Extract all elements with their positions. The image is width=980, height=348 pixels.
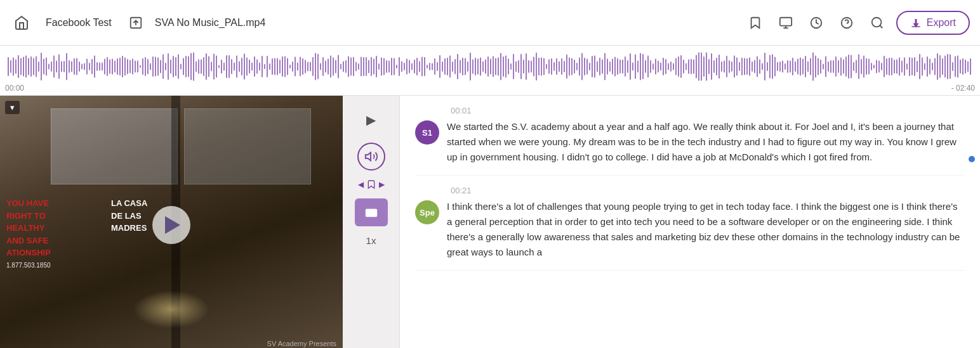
svg-rect-264 bbox=[650, 60, 651, 73]
svg-rect-167 bbox=[404, 63, 405, 70]
transcript-text[interactable]: We started the S.V. academy about a year… bbox=[447, 119, 965, 165]
svg-rect-155 bbox=[373, 59, 374, 75]
svg-rect-347 bbox=[861, 59, 862, 74]
speed-control[interactable]: 1x bbox=[366, 235, 376, 246]
svg-rect-199 bbox=[485, 60, 486, 74]
svg-rect-75 bbox=[170, 60, 171, 74]
svg-rect-307 bbox=[759, 60, 760, 74]
svg-rect-168 bbox=[406, 59, 407, 75]
svg-rect-319 bbox=[790, 61, 791, 73]
svg-rect-24 bbox=[41, 53, 42, 81]
svg-rect-271 bbox=[668, 63, 669, 70]
svg-rect-209 bbox=[510, 63, 512, 70]
svg-rect-181 bbox=[439, 55, 440, 78]
svg-rect-196 bbox=[477, 59, 479, 75]
svg-rect-180 bbox=[437, 62, 438, 71]
svg-rect-186 bbox=[452, 61, 453, 72]
svg-rect-379 bbox=[942, 58, 943, 75]
svg-rect-276 bbox=[680, 55, 682, 78]
svg-rect-76 bbox=[173, 56, 174, 77]
svg-rect-48 bbox=[102, 63, 103, 71]
svg-marker-391 bbox=[365, 153, 370, 161]
svg-rect-360 bbox=[894, 60, 895, 74]
svg-rect-269 bbox=[663, 58, 664, 75]
play-button[interactable]: ▶ bbox=[357, 106, 385, 134]
svg-rect-101 bbox=[236, 56, 237, 78]
speaker-button[interactable] bbox=[357, 143, 385, 171]
svg-rect-222 bbox=[543, 58, 545, 75]
dropdown-button[interactable]: ▾ bbox=[5, 101, 20, 114]
svg-rect-33 bbox=[63, 61, 65, 72]
svg-rect-230 bbox=[564, 61, 565, 72]
svg-rect-361 bbox=[896, 60, 897, 74]
bookmark-icon[interactable] bbox=[746, 14, 764, 32]
svg-rect-67 bbox=[150, 63, 151, 70]
svg-rect-239 bbox=[586, 59, 588, 75]
svg-rect-110 bbox=[259, 63, 260, 71]
svg-rect-310 bbox=[767, 62, 768, 71]
svg-rect-166 bbox=[401, 61, 402, 72]
waveform-section[interactable]: 00:00 - 02:40 bbox=[0, 46, 980, 96]
video-play-button[interactable] bbox=[152, 206, 190, 244]
export-label: Export bbox=[927, 17, 956, 29]
svg-rect-41 bbox=[84, 63, 85, 70]
svg-rect-229 bbox=[561, 58, 562, 75]
search-icon[interactable] bbox=[868, 14, 886, 32]
transcript-text[interactable]: I think there's a lot of challenges that… bbox=[447, 199, 965, 260]
bookmark-nav[interactable]: ◀ ▶ bbox=[358, 179, 385, 190]
svg-rect-148 bbox=[355, 62, 357, 72]
svg-rect-370 bbox=[919, 54, 920, 79]
svg-rect-236 bbox=[579, 58, 580, 76]
svg-rect-112 bbox=[264, 64, 265, 69]
svg-rect-51 bbox=[109, 60, 110, 74]
svg-rect-255 bbox=[627, 60, 628, 73]
transcript-row: Spe I think there's a lot of challenges … bbox=[415, 199, 965, 260]
svg-rect-127 bbox=[302, 58, 303, 75]
svg-rect-195 bbox=[475, 58, 476, 75]
speaker-label: S1 bbox=[422, 128, 432, 138]
svg-rect-259 bbox=[637, 61, 639, 73]
svg-rect-153 bbox=[368, 60, 369, 74]
svg-rect-156 bbox=[376, 56, 377, 77]
svg-rect-279 bbox=[688, 60, 689, 74]
svg-rect-227 bbox=[556, 58, 557, 75]
svg-rect-253 bbox=[622, 60, 623, 74]
video-clip-button[interactable] bbox=[355, 198, 388, 226]
svg-rect-282 bbox=[696, 55, 697, 79]
history-icon[interactable] bbox=[807, 14, 825, 32]
svg-rect-97 bbox=[226, 55, 227, 78]
svg-rect-151 bbox=[363, 57, 364, 76]
svg-rect-357 bbox=[886, 58, 887, 75]
monitor-icon[interactable] bbox=[777, 14, 795, 32]
svg-rect-223 bbox=[546, 64, 547, 69]
svg-rect-318 bbox=[787, 60, 788, 73]
transcript-panel[interactable]: 00:01 S1 We started the S.V. academy abo… bbox=[400, 96, 980, 348]
svg-rect-327 bbox=[810, 58, 811, 75]
home-button[interactable] bbox=[10, 11, 33, 34]
svg-rect-315 bbox=[779, 61, 781, 72]
svg-rect-124 bbox=[295, 57, 296, 77]
svg-rect-388 bbox=[965, 60, 966, 74]
svg-rect-208 bbox=[508, 59, 509, 75]
svg-rect-378 bbox=[939, 55, 941, 78]
export-button[interactable]: Export bbox=[896, 11, 970, 35]
svg-rect-165 bbox=[399, 57, 400, 76]
svg-rect-251 bbox=[617, 58, 618, 75]
svg-rect-137 bbox=[328, 59, 329, 75]
svg-rect-218 bbox=[533, 57, 534, 77]
svg-rect-314 bbox=[777, 62, 778, 71]
upload-button[interactable] bbox=[124, 11, 147, 34]
svg-rect-147 bbox=[353, 57, 354, 76]
svg-rect-243 bbox=[597, 61, 598, 72]
svg-rect-128 bbox=[305, 60, 306, 74]
svg-rect-216 bbox=[528, 60, 529, 73]
svg-rect-47 bbox=[99, 63, 100, 71]
svg-rect-371 bbox=[922, 58, 923, 76]
help-icon[interactable] bbox=[838, 14, 856, 32]
svg-rect-328 bbox=[812, 53, 814, 81]
waveform-display[interactable] bbox=[0, 51, 980, 82]
svg-rect-161 bbox=[388, 61, 390, 73]
svg-rect-355 bbox=[881, 63, 882, 70]
svg-rect-213 bbox=[520, 54, 522, 79]
svg-rect-244 bbox=[599, 58, 600, 75]
